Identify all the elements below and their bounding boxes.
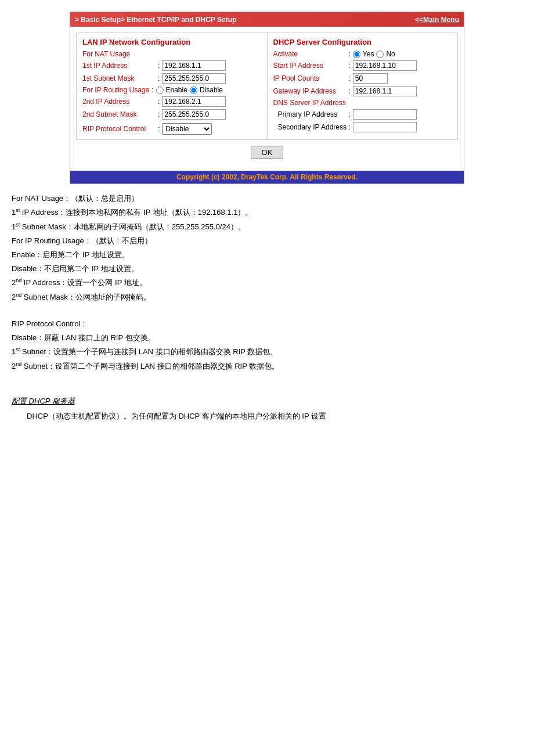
activate-no-radio[interactable] — [376, 51, 384, 58]
activate-yes-label: Yes — [363, 50, 374, 58]
gateway-row: Gateway IP Address : — [273, 86, 452, 96]
dns-header-row: DNS Server IP Address — [273, 99, 452, 107]
secondary-colon: : — [349, 123, 351, 131]
desc-rip-title: RIP Protocol Control： — [12, 318, 522, 330]
mask2-colon: : — [158, 110, 160, 118]
ip2-row: 2nd IP Address : — [82, 96, 261, 107]
main-menu-link[interactable]: <<Main Menu — [415, 15, 459, 24]
routing-label: For IP Routing Usage — [82, 86, 149, 94]
ok-button[interactable]: OK — [251, 146, 284, 159]
footer-bar: Copyright (c) 2002, DrayTek Corp. All Ri… — [70, 171, 464, 183]
for-nat-row: For NAT Usage — [82, 50, 261, 58]
routing-disable-radio[interactable] — [190, 87, 197, 94]
desc-mask1: 1st Subnet Mask：本地私网的子网掩码（默认：255.255.255… — [12, 221, 522, 233]
ip1-colon: : — [158, 62, 160, 70]
routing-colon: : — [151, 86, 153, 94]
desc-mask2: 2nd Subnet Mask：公网地址的子网掩码。 — [12, 291, 522, 304]
dhcp-desc: DHCP（动态主机配置协议）。为任何配置为 DHCP 客户端的本地用户分派相关的… — [12, 410, 522, 423]
config-panels: LAN IP Network Configuration For NAT Usa… — [76, 33, 458, 140]
primary-colon: : — [349, 110, 351, 118]
gateway-label: Gateway IP Address — [273, 87, 349, 95]
mask2-row: 2nd Subnet Mask : — [82, 109, 261, 120]
header-bar: > Basic Setup> Ethernet TCP/IP and DHCP … — [70, 12, 464, 27]
activate-row: Activate : Yes No — [273, 50, 452, 58]
desc-ip2: 2nd IP Address：设置一个公网 IP 地址。 — [12, 276, 522, 289]
main-container: > Basic Setup> Ethernet TCP/IP and DHCP … — [70, 12, 464, 184]
ip1-label: 1st IP Address — [82, 62, 158, 70]
primary-input[interactable] — [353, 109, 417, 120]
ip2-colon: : — [158, 98, 160, 106]
ip1-input[interactable] — [162, 60, 226, 71]
rip-colon: : — [158, 125, 160, 133]
lan-ip-panel: LAN IP Network Configuration For NAT Usa… — [77, 33, 268, 139]
routing-enable-label: Enable — [166, 86, 187, 94]
content-area: LAN IP Network Configuration For NAT Usa… — [70, 27, 464, 171]
secondary-label: Secondary IP Address — [273, 123, 349, 131]
start-ip-label: Start IP Address — [273, 62, 349, 70]
activate-colon: : — [349, 50, 351, 58]
pool-colon: : — [349, 74, 351, 82]
ok-area: OK — [76, 140, 458, 165]
gateway-colon: : — [349, 87, 351, 95]
secondary-input[interactable] — [353, 122, 417, 132]
routing-enable-radio[interactable] — [156, 87, 164, 94]
pool-label: IP Pool Counts — [273, 74, 349, 82]
start-ip-input[interactable] — [353, 60, 417, 71]
desc-rip-1st: 1st Subnet：设置第一个子网与连接到 LAN 接口的相邻路由器交换 RI… — [12, 345, 522, 358]
lan-panel-title: LAN IP Network Configuration — [82, 38, 261, 46]
ip2-label: 2nd IP Address — [82, 98, 158, 106]
dhcp-panel: DHCP Server Configuration Activate : Yes… — [268, 33, 458, 139]
routing-disable-label: Disable — [200, 86, 223, 94]
activate-yes-radio[interactable] — [353, 51, 360, 58]
rip-select[interactable]: Disable 1st Subnet 2nd Subnet — [162, 123, 212, 135]
activate-radio-group: Yes No — [353, 50, 395, 58]
footer-copyright: Copyright (c) 2002, DrayTek Corp. All Ri… — [176, 173, 358, 181]
rip-row: RIP Protocol Control : Disable 1st Subne… — [82, 123, 261, 135]
start-ip-colon: : — [349, 62, 351, 70]
mask1-row: 1st Subnet Mask : — [82, 73, 261, 84]
mask1-colon: : — [158, 74, 160, 82]
mask2-input[interactable] — [162, 109, 226, 120]
routing-radio-group: Enable Disable — [156, 86, 223, 94]
desc-enable: Enable：启用第二个 IP 地址设置。 — [12, 249, 522, 261]
activate-no-label: No — [386, 50, 395, 58]
main-menu-anchor[interactable]: <<Main Menu — [415, 16, 459, 24]
pool-input[interactable] — [353, 73, 388, 84]
pool-row: IP Pool Counts : — [273, 73, 452, 84]
secondary-row: Secondary IP Address : — [273, 122, 452, 132]
description-area: For NAT Usage：（默认：总是启用） 1st IP Address：连… — [12, 192, 522, 423]
dhcp-section-title: 配置 DHCP 服务器 — [12, 395, 522, 408]
start-ip-row: Start IP Address : — [273, 60, 452, 71]
dhcp-panel-title: DHCP Server Configuration — [273, 38, 452, 46]
primary-label: Primary IP Address — [273, 110, 349, 118]
desc-rip-disable: Disable：屏蔽 LAN 接口上的 RIP 包交换。 — [12, 332, 522, 344]
activate-label: Activate — [273, 50, 349, 58]
desc-ip1: 1st IP Address：连接到本地私网的私有 IP 地址（默认：192.1… — [12, 206, 522, 219]
breadcrumb: > Basic Setup> Ethernet TCP/IP and DHCP … — [75, 16, 236, 24]
rip-label: RIP Protocol Control — [82, 125, 158, 133]
primary-row: Primary IP Address : — [273, 109, 452, 120]
ip1-row: 1st IP Address : — [82, 60, 261, 71]
desc-for-nat: For NAT Usage：（默认：总是启用） — [12, 192, 522, 205]
mask1-label: 1st Subnet Mask — [82, 74, 158, 82]
for-nat-label: For NAT Usage — [82, 50, 158, 58]
ip2-input[interactable] — [162, 96, 226, 107]
desc-rip-2nd: 2nd Subnet：设置第二个子网与连接到 LAN 接口的相邻路由器交换 RI… — [12, 360, 522, 373]
routing-row: For IP Routing Usage : Enable Disable — [82, 86, 261, 94]
gateway-input[interactable] — [353, 86, 417, 96]
mask1-input[interactable] — [162, 73, 226, 84]
desc-routing: For IP Routing Usage：（默认：不启用） — [12, 235, 522, 247]
dns-header-label: DNS Server IP Address — [273, 99, 349, 107]
desc-disable: Disable：不启用第二个 IP 地址设置。 — [12, 262, 522, 275]
mask2-label: 2nd Subnet Mask — [82, 110, 158, 118]
